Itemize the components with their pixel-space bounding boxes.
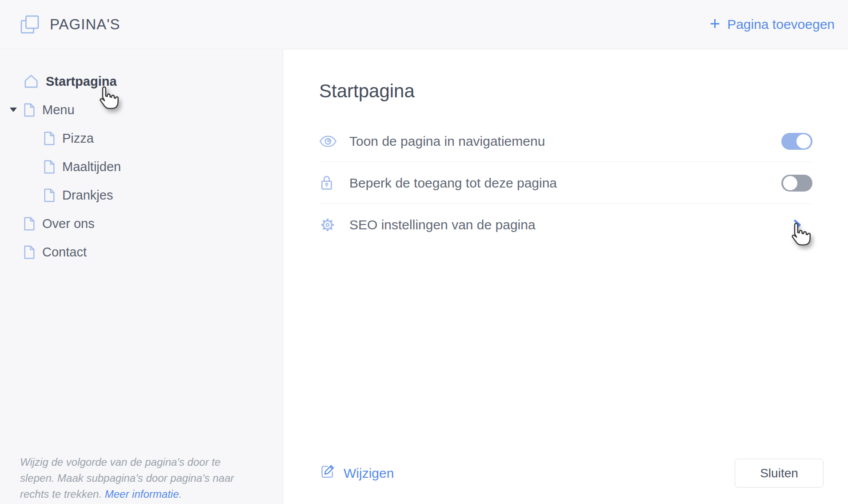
- page-icon: [43, 188, 56, 203]
- sidebar-item-over-ons[interactable]: Over ons: [0, 209, 283, 238]
- more-info-link[interactable]: Meer informatie: [105, 488, 179, 500]
- close-button[interactable]: Sluiten: [735, 459, 824, 488]
- toggle-knob: [783, 176, 797, 190]
- edit-icon: [319, 463, 336, 483]
- header: PAGINA'S + Pagina toevoegen: [0, 0, 848, 49]
- page-title: PAGINA'S: [50, 16, 120, 33]
- sidebar-item-label: Drankjes: [62, 188, 113, 203]
- setting-label: Beperk de toegang tot deze pagina: [349, 176, 770, 191]
- edit-page-button[interactable]: Wijzigen: [319, 463, 394, 483]
- page-icon: [23, 216, 36, 231]
- sidebar-item-drankjes[interactable]: Drankjes: [0, 181, 283, 209]
- add-page-button[interactable]: + Pagina toevoegen: [710, 17, 835, 32]
- sidebar-item-startpagina[interactable]: Startpagina: [0, 67, 283, 96]
- sidebar-item-maaltijden[interactable]: Maaltijden: [0, 152, 283, 181]
- page-icon: [43, 160, 56, 174]
- add-page-label: Pagina toevoegen: [727, 17, 835, 32]
- hint-line: Wijzig de volgorde van de pagina's door …: [20, 456, 220, 468]
- home-icon: [23, 74, 39, 89]
- chevron-right-icon[interactable]: [790, 218, 804, 232]
- sidebar-item-pizza[interactable]: Pizza: [0, 124, 283, 152]
- pages-icon: [20, 14, 40, 35]
- sidebar-item-label: Over ons: [42, 216, 95, 231]
- sidebar-item-label: Pizza: [62, 131, 94, 146]
- sidebar-item-label: Maaltijden: [62, 160, 121, 174]
- caret-down-icon[interactable]: [10, 108, 17, 112]
- plus-icon: +: [710, 17, 720, 30]
- sidebar-item-label: Menu: [42, 103, 75, 117]
- sidebar-item-label: Contact: [42, 245, 87, 260]
- settings-list: Toon de pagina in navigatiemenu Beperk d…: [319, 120, 812, 246]
- page-tree: Startpagina Menu Pizza: [0, 50, 283, 266]
- page-settings-panel: Startpagina Toon de pagina in navigatiem…: [284, 50, 848, 504]
- lock-icon: [319, 174, 338, 192]
- selected-page-title: Startpagina: [319, 78, 812, 104]
- page-icon: [43, 131, 56, 146]
- panel-footer: Wijzigen Sluiten: [319, 459, 824, 488]
- hint-line: slepen. Maak subpagina's door pagina's n…: [20, 472, 234, 484]
- reorder-hint: Wijzig de volgorde van de pagina's door …: [20, 454, 244, 502]
- page-icon: [23, 245, 36, 260]
- edit-label: Wijzigen: [344, 466, 394, 481]
- setting-row-seo[interactable]: SEO instellingen van de pagina: [319, 204, 812, 246]
- sidebar: Startpagina Menu Pizza: [0, 50, 283, 504]
- toggle-restrict-access[interactable]: [781, 175, 812, 192]
- setting-label: Toon de pagina in navigatiemenu: [349, 134, 770, 149]
- toggle-show-in-nav[interactable]: [781, 133, 812, 150]
- setting-label: SEO instellingen van de pagina: [349, 217, 770, 232]
- eye-icon: [319, 135, 338, 148]
- page-icon: [23, 103, 36, 117]
- gear-icon: [319, 216, 338, 233]
- hint-period: .: [179, 488, 182, 500]
- sidebar-item-label: Startpagina: [46, 74, 117, 89]
- sidebar-item-contact[interactable]: Contact: [0, 238, 283, 266]
- sidebar-item-menu[interactable]: Menu: [0, 96, 283, 124]
- toggle-knob: [796, 134, 811, 148]
- setting-row-restrict-access: Beperk de toegang tot deze pagina: [319, 162, 812, 204]
- hint-line: rechts te trekken.: [20, 488, 105, 500]
- setting-row-show-in-nav: Toon de pagina in navigatiemenu: [319, 120, 812, 162]
